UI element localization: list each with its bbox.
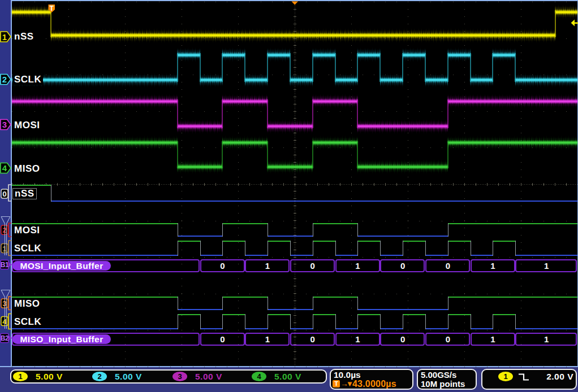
svg-text:B1: B1 bbox=[1, 261, 9, 269]
svg-text:0: 0 bbox=[2, 190, 7, 198]
svg-text:B2: B2 bbox=[1, 334, 9, 342]
svg-text:3: 3 bbox=[2, 120, 7, 129]
svg-text:1: 1 bbox=[2, 32, 7, 42]
svg-text:4: 4 bbox=[2, 163, 7, 173]
svg-text:2: 2 bbox=[2, 75, 7, 84]
svg-text:T: T bbox=[50, 5, 54, 12]
